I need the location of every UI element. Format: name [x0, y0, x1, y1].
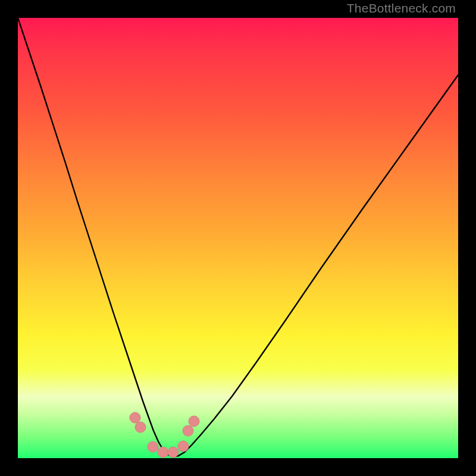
watermark-text: TheBottleneck.com [347, 1, 456, 15]
valley-marker [130, 412, 140, 423]
valley-marker [148, 441, 158, 452]
curve-svg [18, 18, 458, 458]
bottleneck-curve [18, 18, 458, 457]
valley-marker [158, 447, 168, 458]
valley-marker [178, 441, 189, 452]
plot-area [18, 18, 458, 458]
valley-marker [135, 422, 146, 433]
valley-marker [183, 425, 193, 436]
valley-marker [168, 447, 178, 458]
bottleneck-markers [130, 412, 199, 458]
chart-frame: TheBottleneck.com [0, 0, 476, 476]
valley-marker [189, 416, 199, 427]
